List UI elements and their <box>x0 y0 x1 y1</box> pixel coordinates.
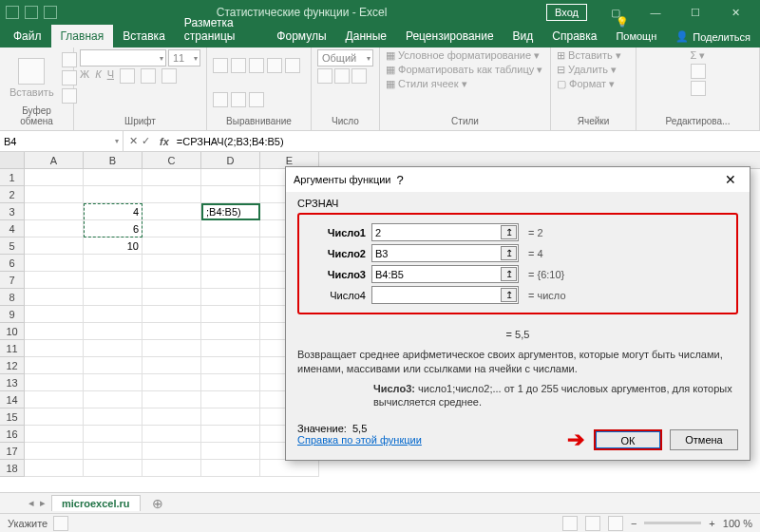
cell[interactable] <box>201 306 260 323</box>
cell[interactable] <box>25 460 84 477</box>
underline-button[interactable]: Ч <box>107 68 114 84</box>
col-d[interactable]: D <box>201 152 260 168</box>
tab-share[interactable]: 👤Поделиться <box>666 26 760 48</box>
cell[interactable] <box>25 203 84 220</box>
row-header[interactable]: 11 <box>0 340 25 357</box>
row-header[interactable]: 15 <box>0 408 25 426</box>
cell[interactable] <box>84 374 142 391</box>
tab-help[interactable]: Справка <box>542 25 606 48</box>
cell[interactable] <box>84 460 142 477</box>
dialog-help-icon[interactable]: ? <box>391 173 409 187</box>
cell[interactable] <box>84 426 142 443</box>
ok-button[interactable]: ОК <box>594 429 662 450</box>
row-header[interactable]: 10 <box>0 323 25 340</box>
row-header[interactable]: 7 <box>0 272 25 289</box>
tab-view[interactable]: Вид <box>504 25 543 48</box>
cell[interactable] <box>25 272 84 289</box>
dialog-close-icon[interactable]: ✕ <box>719 172 742 187</box>
row-header[interactable]: 12 <box>0 357 25 374</box>
cell[interactable] <box>25 186 84 203</box>
font-combo[interactable] <box>80 49 166 66</box>
col-c[interactable]: C <box>142 152 201 168</box>
format-cells-button[interactable]: ▢ Формат ▾ <box>557 78 615 90</box>
cell[interactable] <box>142 306 201 323</box>
align-right-icon[interactable] <box>231 92 246 107</box>
tab-review[interactable]: Рецензирование <box>396 25 504 48</box>
tab-home[interactable]: Главная <box>51 25 114 48</box>
align-top-icon[interactable] <box>213 58 228 73</box>
align-center-icon[interactable] <box>213 92 228 107</box>
percent-icon[interactable] <box>334 68 350 84</box>
row-header[interactable]: 3 <box>0 203 25 220</box>
cell[interactable] <box>25 426 84 443</box>
cell[interactable] <box>84 323 142 340</box>
accept-formula-icon[interactable]: ✓ <box>142 135 150 147</box>
cell[interactable] <box>142 203 201 220</box>
view-break-icon[interactable] <box>608 516 623 531</box>
row-header[interactable]: 16 <box>0 426 25 443</box>
cell[interactable] <box>201 238 260 255</box>
cell[interactable] <box>25 340 84 357</box>
fill-icon[interactable] <box>691 64 706 79</box>
view-layout-icon[interactable] <box>585 516 600 531</box>
cell[interactable] <box>25 443 84 460</box>
align-bottom-icon[interactable] <box>249 58 264 73</box>
close-icon[interactable]: ✕ <box>716 0 754 25</box>
cell[interactable] <box>142 255 201 272</box>
currency-icon[interactable] <box>317 68 332 84</box>
cell[interactable] <box>201 272 260 289</box>
formula-input[interactable]: =СРЗНАЧ(2;B3;B4:B5) <box>173 136 760 147</box>
sheet-nav-next-icon[interactable]: ▸ <box>40 497 46 509</box>
row-header[interactable]: 2 <box>0 186 25 203</box>
cell[interactable] <box>25 169 84 186</box>
save-icon[interactable] <box>6 6 19 19</box>
cell[interactable] <box>201 169 260 186</box>
cell[interactable] <box>201 408 260 426</box>
cancel-formula-icon[interactable]: ✕ <box>129 135 138 147</box>
delete-cells-button[interactable]: ⊟ Удалить ▾ <box>557 64 617 76</box>
row-header[interactable]: 6 <box>0 255 25 272</box>
function-help-link[interactable]: Справка по этой функции <box>297 434 422 446</box>
bold-button[interactable]: Ж <box>80 68 89 84</box>
row-header[interactable]: 4 <box>0 220 25 238</box>
zoom-out-icon[interactable]: − <box>631 518 636 529</box>
cell[interactable] <box>142 340 201 357</box>
merge-icon[interactable] <box>249 92 264 107</box>
new-sheet-icon[interactable]: ⊕ <box>152 496 163 511</box>
autosum-icon[interactable]: Σ ▾ <box>691 49 706 62</box>
arg-input[interactable]: 2↥ <box>371 223 519 241</box>
border-icon[interactable] <box>120 68 135 84</box>
cell[interactable] <box>25 289 84 306</box>
cell[interactable] <box>142 220 201 238</box>
wrap-icon[interactable] <box>267 58 282 73</box>
cell[interactable] <box>201 357 260 374</box>
conditional-format-button[interactable]: ▦ Условное форматирование ▾ <box>386 49 540 62</box>
cell[interactable] <box>201 460 260 477</box>
cell[interactable] <box>142 289 201 306</box>
comma-icon[interactable] <box>352 68 367 84</box>
font-color-icon[interactable] <box>162 68 177 84</box>
maximize-icon[interactable]: ☐ <box>676 0 714 25</box>
row-header[interactable]: 9 <box>0 306 25 323</box>
format-table-button[interactable]: ▦ Форматировать как таблицу ▾ <box>386 64 542 76</box>
range-picker-icon[interactable]: ↥ <box>501 288 517 302</box>
zoom-level[interactable]: 100 % <box>723 518 752 529</box>
cell[interactable] <box>201 220 260 238</box>
cell[interactable] <box>25 220 84 238</box>
row-header[interactable]: 18 <box>0 460 25 477</box>
font-size-combo[interactable]: 11 <box>168 49 200 66</box>
row-header[interactable]: 5 <box>0 238 25 255</box>
select-all-corner[interactable] <box>0 152 25 168</box>
col-b[interactable]: B <box>84 152 142 168</box>
login-button[interactable]: Вход <box>546 4 587 21</box>
cell[interactable] <box>142 272 201 289</box>
cell[interactable] <box>84 289 142 306</box>
cell[interactable] <box>201 255 260 272</box>
cell[interactable] <box>84 255 142 272</box>
range-picker-icon[interactable]: ↥ <box>501 225 517 239</box>
cell[interactable] <box>142 186 201 203</box>
tab-insert[interactable]: Вставка <box>113 25 175 48</box>
cell[interactable] <box>201 443 260 460</box>
cell[interactable] <box>201 374 260 391</box>
tab-file[interactable]: Файл <box>4 25 51 48</box>
